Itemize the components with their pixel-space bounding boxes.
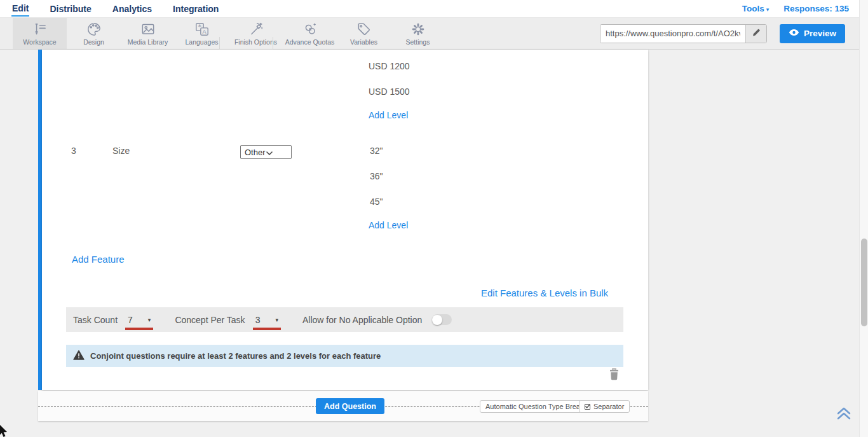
toolbar-item-label: Settings (406, 38, 430, 46)
level-value[interactable]: 45" (370, 197, 383, 207)
toolbar-item-label: Variables (350, 38, 377, 46)
toolbar-item-label: Design (83, 38, 104, 46)
task-count-dropdown[interactable]: 7 ▾ (125, 315, 153, 325)
add-question-button[interactable]: Add Question (316, 398, 384, 414)
nav-tabs: Edit Distribute Analytics Integration (0, 1, 219, 17)
top-nav: Edit Distribute Analytics Integration To… (0, 0, 868, 18)
toolbar-item-label: Finish Options (234, 38, 277, 46)
chevron-down-icon: ▾ (275, 317, 278, 323)
warning-message: Conjoint questions require at least 2 fe… (90, 351, 381, 361)
toolbar-right: Preview (600, 18, 868, 49)
feature-index: 3 (71, 146, 76, 156)
toolbar-item-settings[interactable]: Settings (391, 18, 445, 49)
task-count-value: 7 (128, 315, 133, 325)
conjoint-warning-banner: Conjoint questions require at least 2 fe… (66, 345, 623, 367)
add-level-link[interactable]: Add Level (369, 110, 408, 120)
auto-question-type-break-button[interactable]: Automatic Question Type Break (480, 400, 590, 413)
scrollbar-thumb[interactable] (861, 239, 867, 326)
toggle-knob (432, 315, 442, 325)
toolbar-item-label: Workspace (23, 38, 56, 46)
edit-url-button[interactable] (745, 25, 766, 43)
nav-tab-edit[interactable]: Edit (11, 1, 29, 17)
level-value[interactable]: USD 1200 (369, 61, 410, 71)
svg-text:*: * (198, 23, 201, 31)
conjoint-options-bar: Task Count 7 ▾ Concept Per Task 3 ▾ Allo… (66, 307, 623, 332)
toolbar-item-design[interactable]: Design (67, 18, 121, 49)
bulk-edit-link[interactable]: Edit Features & Levels in Bulk (481, 288, 608, 298)
toolbar-item-variables[interactable]: Variables (337, 18, 391, 49)
editor-toolbar: Workspace Design (0, 18, 868, 50)
add-level-link[interactable]: Add Level (369, 220, 408, 230)
checkbox-checked-icon (585, 404, 590, 410)
tools-menu[interactable]: Tools▾ (742, 4, 770, 13)
concept-per-task-dropdown[interactable]: 3 ▾ (253, 315, 281, 325)
design-icon (86, 21, 102, 38)
questionpro-survey-editor: Edit Distribute Analytics Integration To… (0, 0, 868, 437)
settings-icon (410, 21, 426, 38)
add-question-strip: Add Question Automatic Question Type Bre… (38, 391, 648, 421)
preview-label: Preview (804, 29, 836, 38)
chevron-down-icon: ▾ (766, 6, 770, 13)
mouse-cursor (0, 425, 8, 437)
toolbar-item-media-library[interactable]: Media Library (121, 18, 175, 49)
chevron-double-up-icon (836, 412, 852, 422)
level-value[interactable]: USD 1500 (369, 87, 410, 97)
finish-options-icon (248, 21, 264, 38)
add-feature-link[interactable]: Add Feature (72, 254, 125, 265)
toolbar-item-label: Media Library (128, 38, 168, 46)
feature-type-selected-value: Other (245, 148, 266, 157)
toolbar-item-workspace[interactable]: Workspace (13, 18, 67, 49)
conjoint-question-card (42, 50, 648, 390)
svg-text:A: A (202, 29, 207, 35)
nav-tab-integration[interactable]: Integration (172, 1, 219, 16)
nav-tab-analytics[interactable]: Analytics (112, 1, 153, 16)
responses-count[interactable]: Responses: 135 (783, 4, 849, 13)
eye-icon (789, 29, 799, 38)
advance-quotas-icon (302, 21, 318, 38)
toolbar-items: Workspace Design (0, 18, 445, 49)
warning-icon (73, 350, 85, 363)
separator-label: Separator (593, 403, 624, 410)
trash-icon (609, 371, 620, 382)
languages-icon: * A (194, 21, 210, 38)
nav-right: Tools▾ Responses: 135 (742, 4, 868, 13)
task-count-label: Task Count (73, 315, 118, 325)
toolbar-item-label: Advance Quotas (285, 38, 335, 46)
feature-type-select[interactable]: Other (240, 145, 292, 159)
delete-question-button[interactable] (609, 368, 621, 381)
variables-icon (356, 21, 372, 38)
concept-per-task-value: 3 (255, 315, 261, 325)
separator-toggle[interactable]: Separator (579, 400, 630, 413)
survey-url-input[interactable] (600, 25, 745, 43)
feature-name[interactable]: Size (112, 146, 130, 156)
chevron-down-icon: ▾ (148, 317, 151, 323)
chevron-down-icon (266, 148, 288, 157)
auto-break-label: Automatic Question Type Break (485, 403, 584, 410)
level-value[interactable]: 36" (370, 171, 383, 181)
workspace-icon (32, 21, 48, 38)
survey-url-group (600, 24, 767, 43)
level-value[interactable]: 32" (370, 146, 383, 156)
scroll-to-top-button[interactable] (836, 405, 853, 422)
media-library-icon (140, 21, 156, 38)
concept-per-task-label: Concept Per Task (175, 315, 245, 325)
concept-per-task-red-underline (253, 328, 281, 330)
page-scrollbar[interactable] (859, 0, 868, 437)
no-applicable-option-toggle[interactable] (432, 314, 452, 325)
task-count-red-underline (125, 328, 153, 330)
pencil-icon (751, 27, 761, 40)
nav-tab-distribute[interactable]: Distribute (49, 1, 92, 16)
toolbar-item-advance-quotas[interactable]: Advance Quotas (283, 18, 337, 49)
toolbar-item-languages[interactable]: * A Languages (175, 18, 229, 49)
preview-button[interactable]: Preview (780, 24, 845, 43)
toolbar-item-label: Languages (186, 38, 219, 46)
toolbar-item-finish-options[interactable]: Finish Options (229, 18, 283, 49)
no-applicable-option-label: Allow for No Applicable Option (302, 315, 422, 325)
